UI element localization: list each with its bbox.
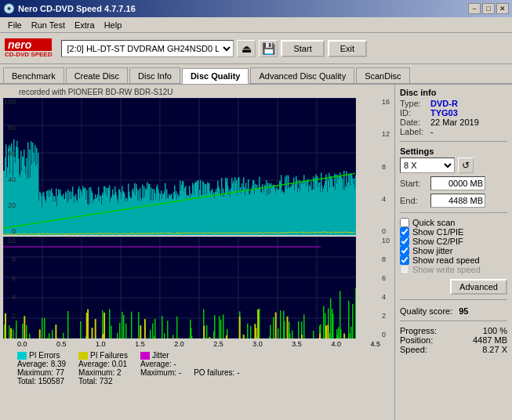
pi-failures-avg-value: 0.01 xyxy=(112,360,127,368)
quality-score-row: Quality score: 95 xyxy=(400,306,507,316)
date-label: Date: xyxy=(400,118,427,127)
jitter-max-label: Maximum: xyxy=(140,368,176,377)
end-input[interactable] xyxy=(430,194,485,208)
pi-errors-color xyxy=(17,352,27,360)
tab-create-disc[interactable]: Create Disc xyxy=(66,67,128,83)
show-read-speed-label: Show read speed xyxy=(412,255,480,265)
chart-area: recorded with PIONEER BD-RW BDR-S12U 100… xyxy=(0,85,394,420)
show-write-speed-checkbox[interactable] xyxy=(400,265,409,274)
start-input[interactable] xyxy=(430,176,485,190)
show-c2pif-checkbox[interactable] xyxy=(400,237,409,246)
minimize-button[interactable]: − xyxy=(468,3,481,14)
speed-select[interactable]: 8 X xyxy=(400,158,455,173)
exit-button[interactable]: Exit xyxy=(328,40,367,57)
position-label: Position: xyxy=(400,335,433,345)
quick-scan-label: Quick scan xyxy=(412,218,455,227)
menu-help[interactable]: Help xyxy=(100,19,127,31)
nero-logo-bottom: CD-DVD SPEED xyxy=(5,51,52,58)
pi-failures-avg-label: Average: xyxy=(78,360,110,368)
menu-bar: File Run Test Extra Help xyxy=(0,17,512,33)
title-bar-controls: − □ ✕ xyxy=(468,3,509,14)
pi-failures-total-label: Total: xyxy=(78,377,97,386)
show-jitter-checkbox[interactable] xyxy=(400,246,409,255)
settings-section: Settings 8 X ↺ Start: End: xyxy=(400,147,507,208)
pi-failures-total-value: 732 xyxy=(100,377,113,386)
progress-label: Progress: xyxy=(400,326,437,335)
pi-failures-max-label: Maximum: xyxy=(78,368,114,377)
refresh-button[interactable]: ↺ xyxy=(458,158,474,173)
jitter-color xyxy=(140,352,150,360)
pi-errors-total-label: Total: xyxy=(17,377,36,386)
speed-label: Speed: xyxy=(400,345,427,354)
tab-advanced-disc-quality[interactable]: Advanced Disc Quality xyxy=(250,67,354,83)
progress-value: 100 % xyxy=(483,326,507,335)
pi-failures-max-value: 2 xyxy=(117,368,122,377)
show-c1pie-checkbox[interactable] xyxy=(400,227,409,237)
maximize-button[interactable]: □ xyxy=(482,3,495,14)
menu-extra[interactable]: Extra xyxy=(70,19,100,31)
toolbar: nero CD-DVD SPEED [2:0] HL-DT-ST DVDRAM … xyxy=(0,33,512,64)
bottom-chart xyxy=(3,237,356,339)
side-panel: Disc info Type: DVD-R ID: TYG03 Date: 22… xyxy=(394,85,512,420)
show-write-speed-label: Show write speed xyxy=(412,265,481,274)
nero-logo: nero CD-DVD SPEED xyxy=(5,38,52,59)
pi-errors-label: PI Errors xyxy=(29,351,60,360)
id-value: TYG03 xyxy=(430,108,458,118)
disc-info-section: Disc info Type: DVD-R ID: TYG03 Date: 22… xyxy=(400,88,507,136)
pi-errors-total-value: 150587 xyxy=(38,377,64,386)
title-bar-text: Nero CD-DVD Speed 4.7.7.16 xyxy=(18,4,468,13)
jitter-max-value: - xyxy=(179,368,181,377)
pi-errors-avg-label: Average: xyxy=(17,360,49,368)
x-axis-labels: 0.0 0.5 1.0 1.5 2.0 2.5 3.0 3.5 4.0 4.5 xyxy=(3,340,394,348)
tab-disc-quality[interactable]: Disc Quality xyxy=(182,68,249,84)
jitter-avg-value: - xyxy=(174,360,176,368)
tab-benchmark[interactable]: Benchmark xyxy=(3,67,64,83)
y-axis-left-bottom: 10 8 6 4 2 0 xyxy=(3,237,17,339)
date-value: 22 Mar 2019 xyxy=(430,118,479,127)
top-chart xyxy=(3,98,356,235)
save-icon-btn[interactable]: 💾 xyxy=(259,40,278,57)
jitter-label: Jitter xyxy=(152,351,169,360)
label-label: Label: xyxy=(400,127,427,136)
start-button[interactable]: Start xyxy=(281,40,324,57)
pi-failures-color xyxy=(78,352,88,360)
chart-title: recorded with PIONEER BD-RW BDR-S12U xyxy=(19,88,394,96)
legend-pi-failures: PI Failures Average: 0.01 Maximum: 2 Tot… xyxy=(78,351,128,386)
jitter-avg-label: Average: xyxy=(140,360,172,368)
eject-icon-btn[interactable]: ⏏ xyxy=(237,40,256,57)
tab-scan-disc[interactable]: ScanDisc xyxy=(356,67,409,83)
type-value: DVD-R xyxy=(430,99,458,108)
checkbox-section: Quick scan Show C1/PIE Show C2/PIF Show … xyxy=(400,218,507,274)
close-button[interactable]: ✕ xyxy=(496,3,509,14)
pi-errors-max-label: Maximum: xyxy=(17,368,53,377)
position-value: 4487 MB xyxy=(473,335,507,345)
show-c2pif-label: Show C2/PIF xyxy=(412,237,463,246)
menu-file[interactable]: File xyxy=(3,19,27,31)
tab-disc-info[interactable]: Disc Info xyxy=(129,67,180,83)
y-axis-right-bottom: 10 8 6 4 2 0 xyxy=(380,237,394,339)
id-label: ID: xyxy=(400,108,427,118)
quality-score-label: Quality score: xyxy=(400,306,452,316)
title-bar: 💿 Nero CD-DVD Speed 4.7.7.16 − □ ✕ xyxy=(0,0,512,17)
po-failures-label: PO failures: xyxy=(194,368,234,377)
pi-failures-label: PI Failures xyxy=(90,351,128,360)
drive-select[interactable]: [2:0] HL-DT-ST DVDRAM GH24NSD0 LH00 xyxy=(61,40,234,57)
pi-errors-avg-value: 8.39 xyxy=(51,360,66,368)
legend-pi-errors: PI Errors Average: 8.39 Maximum: 77 Tota… xyxy=(17,351,66,386)
show-jitter-label: Show jitter xyxy=(412,246,452,255)
legend-po-failures: PO failures: - xyxy=(194,368,239,386)
show-read-speed-checkbox[interactable] xyxy=(400,255,409,265)
po-failures-value: - xyxy=(237,368,239,377)
quick-scan-checkbox[interactable] xyxy=(400,218,409,227)
settings-title: Settings xyxy=(400,147,507,156)
show-c1pie-label: Show C1/PIE xyxy=(412,227,463,237)
pi-errors-max-value: 77 xyxy=(56,368,64,377)
advanced-button[interactable]: Advanced xyxy=(450,279,507,295)
app-icon: 💿 xyxy=(3,3,15,14)
tab-bar: Benchmark Create Disc Disc Info Disc Qua… xyxy=(0,64,512,85)
quality-score-value: 95 xyxy=(459,306,468,316)
menu-run-test[interactable]: Run Test xyxy=(27,19,70,31)
end-label: End: xyxy=(400,196,427,205)
disc-info-title: Disc info xyxy=(400,88,507,97)
nero-logo-top: nero xyxy=(5,38,52,52)
